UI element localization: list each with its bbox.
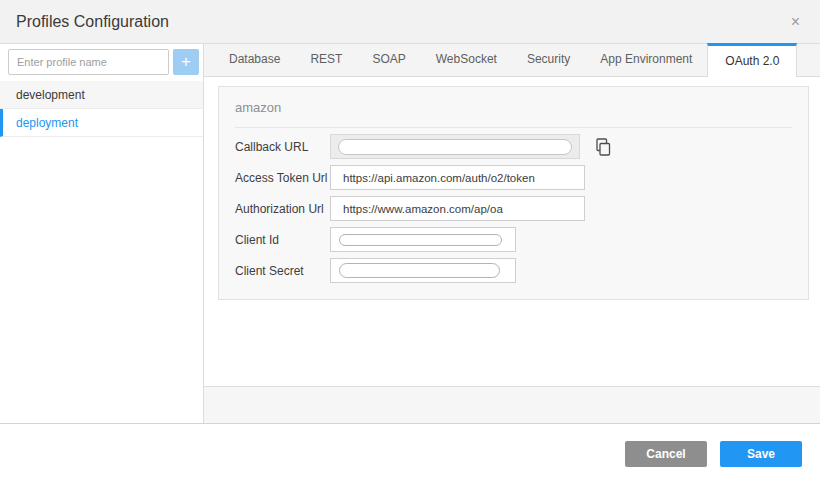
tab-soap[interactable]: SOAP <box>357 43 420 76</box>
profiles-configuration-dialog: Profiles Configuration × + development d… <box>0 0 820 484</box>
field-label: Authorization Url <box>235 202 330 216</box>
add-profile-button[interactable]: + <box>173 49 199 75</box>
plus-icon: + <box>181 52 191 71</box>
redacted-value <box>339 234 502 246</box>
tab-database[interactable]: Database <box>214 43 295 76</box>
field-label: Client Secret <box>235 264 330 278</box>
client-secret-field[interactable] <box>330 258 516 283</box>
access-token-url-input[interactable] <box>330 165 585 190</box>
authorization-url-input[interactable] <box>330 196 585 221</box>
profiles-sidebar: + development deployment <box>0 44 204 423</box>
close-icon[interactable]: × <box>787 12 804 32</box>
copy-icon <box>594 137 612 157</box>
callback-url-row: Callback URL <box>235 134 792 159</box>
tab-websocket[interactable]: WebSocket <box>421 43 512 76</box>
tab-bar: Database REST SOAP WebSocket Security Ap… <box>204 44 820 77</box>
tab-oauth-2-0[interactable]: OAuth 2.0 <box>707 43 797 77</box>
tab-content: amazon Callback URL <box>204 77 820 386</box>
profile-item-label: development <box>16 88 85 102</box>
profile-item-deployment[interactable]: deployment <box>0 109 203 137</box>
profile-list: development deployment <box>0 81 203 137</box>
settings-panel: Database REST SOAP WebSocket Security Ap… <box>204 44 820 423</box>
dialog-title: Profiles Configuration <box>16 13 169 31</box>
profile-name-input[interactable] <box>8 49 169 75</box>
callback-url-field <box>330 134 580 159</box>
tab-app-environment[interactable]: App Environment <box>585 43 707 76</box>
field-label: Callback URL <box>235 140 330 154</box>
client-id-row: Client Id <box>235 227 792 252</box>
dialog-footer: Cancel Save <box>0 424 820 484</box>
profile-item-development[interactable]: development <box>0 81 203 109</box>
profile-item-label: deployment <box>16 116 78 130</box>
dialog-body: + development deployment Database REST S… <box>0 44 820 423</box>
access-token-url-row: Access Token Url <box>235 165 792 190</box>
tab-security[interactable]: Security <box>512 43 585 76</box>
tab-rest[interactable]: REST <box>295 43 357 76</box>
provider-heading: amazon <box>235 100 792 128</box>
copy-button[interactable] <box>594 137 612 157</box>
dialog-header: Profiles Configuration × <box>0 0 820 44</box>
redacted-value <box>339 263 500 278</box>
redacted-value <box>338 139 572 155</box>
client-secret-row: Client Secret <box>235 258 792 283</box>
field-label: Client Id <box>235 233 330 247</box>
profile-add-row: + <box>0 44 203 80</box>
authorization-url-row: Authorization Url <box>235 196 792 221</box>
client-id-field[interactable] <box>330 227 516 252</box>
save-button[interactable]: Save <box>720 441 802 467</box>
cancel-button[interactable]: Cancel <box>625 441 707 467</box>
field-label: Access Token Url <box>235 171 330 185</box>
oauth-provider-panel: amazon Callback URL <box>218 86 809 300</box>
panel-footer-strip <box>204 386 820 423</box>
